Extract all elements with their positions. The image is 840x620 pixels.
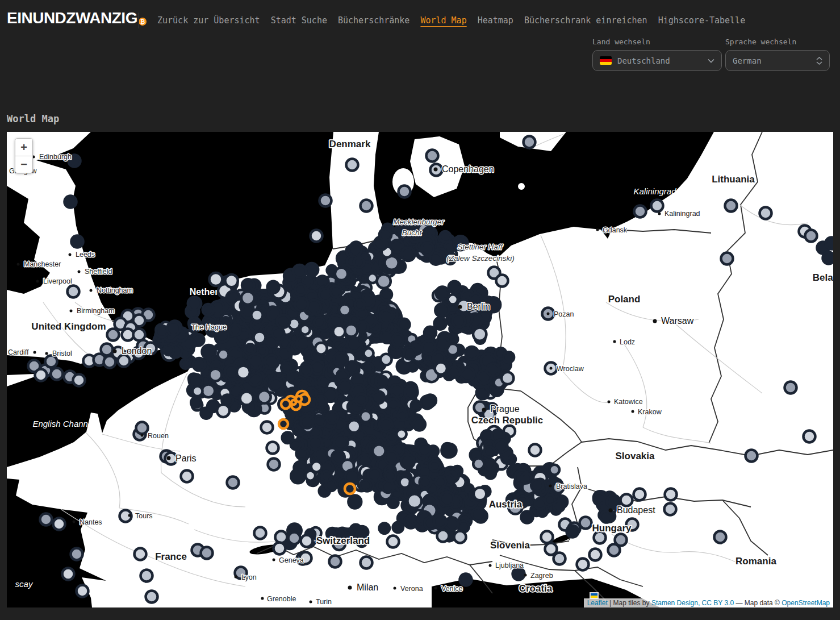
- map-marker[interactable]: [315, 343, 327, 355]
- map-marker[interactable]: [554, 553, 566, 565]
- map-marker[interactable]: [270, 378, 282, 391]
- map-marker[interactable]: [785, 382, 797, 394]
- map-marker[interactable]: [181, 471, 193, 482]
- map-marker[interactable]: [201, 547, 213, 559]
- map-marker[interactable]: [549, 465, 559, 475]
- map-marker[interactable]: [300, 364, 312, 376]
- map-marker[interactable]: [714, 531, 726, 543]
- map-marker[interactable]: [805, 230, 817, 242]
- map-marker[interactable]: [392, 334, 403, 346]
- map-marker[interactable]: [465, 347, 478, 360]
- map-marker[interactable]: [188, 297, 201, 310]
- map-marker[interactable]: [427, 150, 438, 162]
- map-marker[interactable]: [437, 530, 449, 542]
- map-marker[interactable]: [355, 299, 365, 310]
- map-marker[interactable]: [210, 369, 222, 381]
- map-marker[interactable]: [823, 252, 834, 264]
- map-marker[interactable]: [348, 420, 360, 432]
- map-marker[interactable]: [449, 367, 460, 378]
- map-marker[interactable]: [513, 568, 525, 580]
- map-marker[interactable]: [398, 411, 407, 421]
- map-marker[interactable]: [107, 329, 119, 341]
- map-marker[interactable]: [421, 396, 434, 409]
- map-marker[interactable]: [68, 286, 80, 298]
- map-marker-orange[interactable]: [291, 400, 296, 405]
- map-marker[interactable]: [300, 325, 310, 335]
- map-marker[interactable]: [503, 352, 514, 363]
- map-marker[interactable]: [245, 344, 255, 354]
- map-marker[interactable]: [146, 591, 158, 603]
- map-marker[interactable]: [436, 338, 449, 351]
- map-marker[interactable]: [580, 517, 592, 529]
- map-marker[interactable]: [521, 473, 532, 484]
- map-marker[interactable]: [441, 444, 455, 458]
- map-marker[interactable]: [567, 526, 579, 538]
- language-select[interactable]: German: [725, 50, 830, 71]
- map-marker[interactable]: [496, 275, 508, 287]
- map-marker[interactable]: [541, 531, 553, 543]
- map-marker[interactable]: [135, 548, 147, 560]
- leaflet-link[interactable]: Leaflet: [587, 599, 608, 607]
- nav-world-map[interactable]: World Map: [420, 15, 466, 26]
- map-marker[interactable]: [524, 136, 536, 148]
- map-marker[interactable]: [634, 206, 646, 218]
- map-marker[interactable]: [268, 459, 280, 471]
- map-marker[interactable]: [249, 354, 263, 368]
- map-marker[interactable]: [348, 496, 361, 509]
- map-marker[interactable]: [315, 415, 326, 427]
- map-marker[interactable]: [826, 238, 834, 249]
- map-marker[interactable]: [354, 257, 364, 268]
- map-marker[interactable]: [237, 365, 250, 378]
- map-marker[interactable]: [434, 515, 446, 528]
- zoom-in-button[interactable]: +: [15, 139, 32, 156]
- map-marker[interactable]: [193, 358, 206, 371]
- map-marker[interactable]: [241, 292, 254, 305]
- map-marker[interactable]: [376, 376, 387, 387]
- map-marker[interactable]: [746, 450, 758, 462]
- map-marker[interactable]: [291, 469, 305, 483]
- map-marker[interactable]: [141, 570, 153, 582]
- map-marker[interactable]: [333, 326, 345, 338]
- map-marker[interactable]: [521, 511, 533, 523]
- map-marker[interactable]: [440, 492, 454, 506]
- map-marker[interactable]: [473, 327, 486, 340]
- map-marker[interactable]: [254, 331, 266, 343]
- zoom-out-button[interactable]: −: [15, 156, 32, 173]
- map-marker[interactable]: [377, 274, 391, 288]
- map-marker[interactable]: [411, 401, 421, 411]
- map-marker[interactable]: [473, 459, 484, 469]
- map-marker[interactable]: [396, 429, 406, 439]
- map-marker[interactable]: [193, 386, 203, 397]
- map-marker[interactable]: [77, 585, 89, 597]
- map-marker[interactable]: [760, 207, 772, 219]
- map-marker[interactable]: [420, 477, 431, 488]
- map-marker[interactable]: [261, 422, 273, 434]
- map-marker[interactable]: [665, 489, 677, 501]
- map-marker[interactable]: [254, 527, 266, 539]
- map-marker-orange[interactable]: [345, 484, 355, 494]
- map-marker[interactable]: [381, 289, 392, 301]
- map-marker[interactable]: [53, 518, 65, 530]
- nav-buecherschrank-einreichen[interactable]: Bücherschrank einreichen: [524, 15, 647, 26]
- map-marker[interactable]: [118, 355, 130, 367]
- map-marker-orange[interactable]: [281, 400, 290, 409]
- map-marker[interactable]: [449, 281, 461, 293]
- map-marker[interactable]: [227, 477, 239, 489]
- map-marker[interactable]: [665, 504, 676, 515]
- map-marker[interactable]: [429, 461, 440, 471]
- nav-highscore-tabelle[interactable]: Highscore-Tabelle: [658, 15, 746, 26]
- map-marker[interactable]: [346, 159, 358, 171]
- map-marker[interactable]: [311, 361, 324, 374]
- map-marker[interactable]: [402, 248, 415, 261]
- map-marker[interactable]: [487, 363, 499, 376]
- map-marker[interactable]: [381, 354, 392, 365]
- map-marker[interactable]: [51, 368, 63, 380]
- map-marker[interactable]: [274, 543, 286, 555]
- map-marker[interactable]: [421, 243, 434, 255]
- map-marker[interactable]: [361, 557, 373, 569]
- map-marker[interactable]: [436, 303, 449, 317]
- map-marker[interactable]: [413, 418, 425, 430]
- map-marker[interactable]: [203, 304, 214, 315]
- map-marker[interactable]: [225, 274, 237, 287]
- map-marker[interactable]: [347, 338, 361, 351]
